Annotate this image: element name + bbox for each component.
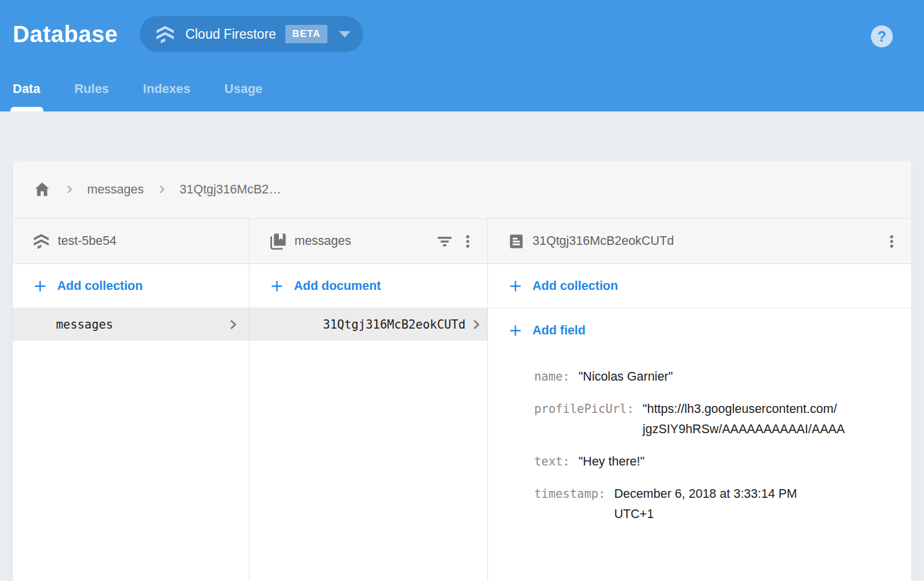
- tab-usage[interactable]: Usage: [225, 81, 263, 111]
- document-id: 31Qtgj316McB2eokCUTd: [532, 234, 674, 248]
- document-icon: [508, 233, 525, 250]
- plus-icon: [269, 278, 285, 294]
- add-document-button[interactable]: Add document: [249, 264, 487, 308]
- breadcrumb-chevron-icon: [64, 184, 75, 195]
- collection-name: messages: [295, 234, 351, 248]
- tab-indexes[interactable]: Indexes: [143, 81, 191, 111]
- plus-icon: [508, 278, 523, 294]
- kebab-menu-icon[interactable]: [880, 230, 903, 253]
- plus-icon: [508, 323, 523, 338]
- breadcrumb-collection[interactable]: messages: [87, 183, 144, 197]
- app-header: Database Cloud Firestore BETA ? Data Rul…: [0, 0, 924, 111]
- field-value: December 6, 2018 at 3:33:14 PM UTC+1: [614, 484, 797, 524]
- add-subcollection-button[interactable]: Add collection: [488, 264, 911, 308]
- tab-data[interactable]: Data: [13, 81, 40, 111]
- collection-list-item[interactable]: messages: [13, 308, 249, 341]
- breadcrumb-document[interactable]: 31Qtgj316McB2…: [180, 183, 281, 197]
- field-key: profilePicUrl:: [534, 399, 634, 419]
- product-label: Cloud Firestore: [185, 27, 276, 42]
- field-row-name[interactable]: name: "Nicolas Garnier": [534, 367, 900, 387]
- firestore-icon: [32, 232, 50, 250]
- field-key: name:: [534, 367, 570, 387]
- field-value: "Hey there!": [579, 452, 644, 472]
- field-row-profilepicurl[interactable]: profilePicUrl: "https://lh3.googleuserco…: [534, 399, 900, 440]
- chevron-right-icon: [226, 318, 240, 332]
- field-row-text[interactable]: text: "Hey there!": [534, 452, 900, 472]
- collections-column: test-5be54 Add collection messages: [13, 219, 249, 581]
- firestore-data-panel: messages 31Qtgj316McB2… test-5be54 Add c…: [13, 161, 911, 581]
- document-fields: name: "Nicolas Garnier" profilePicUrl: "…: [488, 353, 911, 537]
- filter-icon[interactable]: [433, 230, 456, 253]
- add-field-button[interactable]: Add field: [488, 308, 911, 353]
- documents-column: messages: [249, 219, 488, 581]
- chevron-right-icon: [469, 318, 483, 332]
- tab-bar: Data Rules Indexes Usage: [13, 81, 297, 111]
- plus-icon: [32, 278, 48, 294]
- document-column: 31Qtgj316McB2eokCUTd Add collection: [488, 219, 911, 581]
- document-column-header: 31Qtgj316McB2eokCUTd: [488, 219, 911, 264]
- kebab-menu-icon[interactable]: [456, 230, 479, 253]
- breadcrumb-chevron-icon: [156, 184, 167, 195]
- field-row-timestamp[interactable]: timestamp: December 6, 2018 at 3:33:14 P…: [534, 484, 900, 524]
- beta-badge: BETA: [285, 25, 327, 43]
- add-collection-button[interactable]: Add collection: [13, 264, 249, 308]
- field-value: "https://lh3.googleusercontent.com/ jgzS…: [643, 399, 845, 440]
- tab-rules[interactable]: Rules: [74, 81, 109, 111]
- page-title: Database: [13, 21, 118, 47]
- firestore-icon: [155, 24, 176, 44]
- breadcrumb: messages 31Qtgj316McB2…: [13, 161, 911, 219]
- field-key: timestamp:: [534, 484, 605, 504]
- collections-column-header: test-5be54: [13, 219, 249, 264]
- document-list-item[interactable]: 31Qtgj316McB2eokCUTd: [249, 308, 487, 341]
- collection-icon: [269, 232, 287, 250]
- help-button[interactable]: ?: [871, 25, 893, 47]
- question-mark-icon: ?: [877, 28, 886, 45]
- field-key: text:: [534, 452, 570, 472]
- documents-column-header: messages: [249, 219, 487, 264]
- home-icon[interactable]: [33, 180, 51, 199]
- product-switcher[interactable]: Cloud Firestore BETA: [140, 16, 363, 52]
- database-name: test-5be54: [58, 234, 117, 248]
- field-value: "Nicolas Garnier": [579, 367, 673, 387]
- chevron-down-icon[interactable]: [339, 31, 351, 38]
